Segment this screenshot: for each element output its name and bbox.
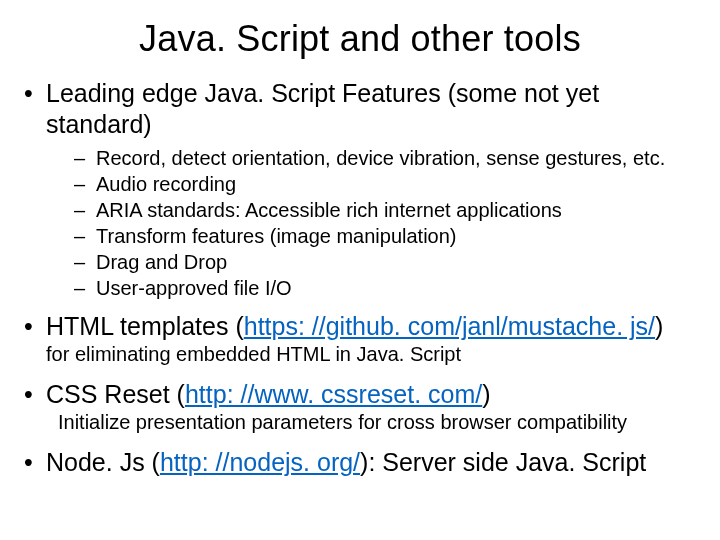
- bullet-post: ): Server side Java. Script: [360, 448, 646, 476]
- bullet-pre: HTML templates (: [46, 312, 244, 340]
- list-item: –ARIA standards: Accessible rich interne…: [74, 197, 696, 223]
- dash-icon: –: [74, 145, 96, 171]
- bullet-text: Node. Js (http: //nodejs. org/): Server …: [46, 447, 696, 478]
- bullet-list: • Leading edge Java. Script Features (so…: [24, 78, 696, 478]
- list-item: –Drag and Drop: [74, 249, 696, 275]
- sub-text: Audio recording: [96, 171, 236, 197]
- list-item: –Transform features (image manipulation): [74, 223, 696, 249]
- bullet-text: Leading edge Java. Script Features (some…: [46, 78, 696, 141]
- dash-icon: –: [74, 275, 96, 301]
- bullet-post: ): [482, 380, 490, 408]
- list-item: • Leading edge Java. Script Features (so…: [24, 78, 696, 301]
- bullet-icon: •: [24, 311, 46, 342]
- dash-icon: –: [74, 197, 96, 223]
- bullet-note: for eliminating embedded HTML in Java. S…: [24, 342, 696, 367]
- bullet-text: HTML templates (https: //github. com/jan…: [46, 311, 696, 342]
- bullet-line: • Leading edge Java. Script Features (so…: [24, 78, 696, 141]
- bullet-line: • Node. Js (http: //nodejs. org/): Serve…: [24, 447, 696, 478]
- sub-text: Record, detect orientation, device vibra…: [96, 145, 665, 171]
- list-item: –Audio recording: [74, 171, 696, 197]
- slide: Java. Script and other tools • Leading e…: [0, 0, 720, 540]
- dash-icon: –: [74, 223, 96, 249]
- slide-title: Java. Script and other tools: [24, 18, 696, 60]
- sub-list: –Record, detect orientation, device vibr…: [24, 145, 696, 301]
- bullet-line: • HTML templates (https: //github. com/j…: [24, 311, 696, 342]
- list-item: • Node. Js (http: //nodejs. org/): Serve…: [24, 447, 696, 478]
- bullet-post: ): [655, 312, 663, 340]
- list-item: • CSS Reset (http: //www. cssreset. com/…: [24, 379, 696, 435]
- dash-icon: –: [74, 171, 96, 197]
- link[interactable]: https: //github. com/janl/mustache. js/: [244, 312, 655, 340]
- bullet-line: • CSS Reset (http: //www. cssreset. com/…: [24, 379, 696, 410]
- list-item: –Record, detect orientation, device vibr…: [74, 145, 696, 171]
- dash-icon: –: [74, 249, 96, 275]
- sub-text: Transform features (image manipulation): [96, 223, 457, 249]
- bullet-pre: Node. Js (: [46, 448, 160, 476]
- bullet-note: Initialize presentation parameters for c…: [24, 410, 696, 435]
- sub-text: Drag and Drop: [96, 249, 227, 275]
- sub-text: User-approved file I/O: [96, 275, 292, 301]
- bullet-icon: •: [24, 447, 46, 478]
- bullet-icon: •: [24, 379, 46, 410]
- link[interactable]: http: //www. cssreset. com/: [185, 380, 482, 408]
- bullet-text: CSS Reset (http: //www. cssreset. com/): [46, 379, 696, 410]
- bullet-pre: CSS Reset (: [46, 380, 185, 408]
- list-item: • HTML templates (https: //github. com/j…: [24, 311, 696, 367]
- sub-text: ARIA standards: Accessible rich internet…: [96, 197, 562, 223]
- link[interactable]: http: //nodejs. org/: [160, 448, 360, 476]
- bullet-icon: •: [24, 78, 46, 109]
- list-item: –User-approved file I/O: [74, 275, 696, 301]
